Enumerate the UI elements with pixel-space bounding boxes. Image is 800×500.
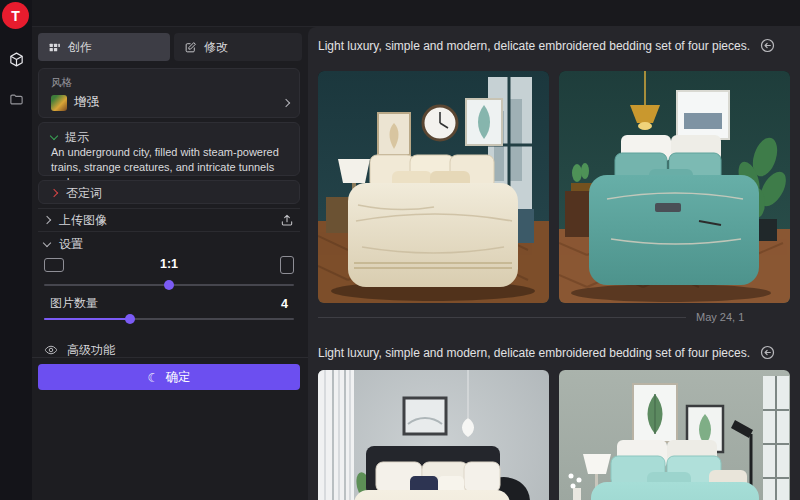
- advanced-label: 高级功能: [67, 342, 115, 359]
- tab-modify[interactable]: 修改: [174, 33, 302, 61]
- confirm-label: 确定: [166, 369, 191, 386]
- app-logo[interactable]: T: [2, 2, 29, 29]
- aspect-ratio-row: 1:1: [38, 255, 300, 277]
- image-count-slider[interactable]: [44, 318, 294, 320]
- edit-icon: [184, 41, 197, 54]
- generated-image-1[interactable]: [318, 71, 549, 303]
- tab-modify-label: 修改: [204, 39, 228, 56]
- prompt-label: 提示: [65, 129, 89, 146]
- settings-row[interactable]: 设置: [38, 232, 300, 256]
- chevron-right-icon[interactable]: [50, 189, 58, 197]
- date-label: May 24, 1: [696, 311, 744, 323]
- generated-image-2[interactable]: [559, 71, 790, 303]
- style-value: 增强: [74, 94, 99, 111]
- aspect-ratio-slider[interactable]: [44, 284, 294, 286]
- image-count-value: 4: [281, 297, 288, 311]
- negative-card[interactable]: 否定词: [38, 180, 300, 204]
- cube-icon[interactable]: [7, 50, 25, 68]
- reuse-icon[interactable]: [760, 38, 775, 53]
- generated-image-3[interactable]: [318, 370, 549, 500]
- reuse-icon[interactable]: [760, 345, 775, 360]
- slider-thumb[interactable]: [164, 280, 174, 290]
- app-window: T 创作 修改: [0, 0, 800, 500]
- style-thumbnail: [51, 95, 67, 111]
- folder-icon[interactable]: [7, 90, 25, 108]
- prompt-card[interactable]: 提示 An underground city, filled with stea…: [38, 122, 300, 176]
- moon-icon: ☾: [147, 370, 158, 385]
- style-card[interactable]: 风格 增强: [38, 68, 300, 118]
- nav-rail: T: [0, 0, 32, 500]
- results-area: Light luxury, simple and modern, delicat…: [308, 27, 800, 500]
- upload-label: 上传图像: [59, 212, 107, 229]
- control-panel: 创作 修改 风格 增强 提示 An underground city, f: [32, 27, 308, 500]
- chevron-right-icon: [282, 98, 290, 106]
- generation-title: Light luxury, simple and modern, delicat…: [318, 346, 750, 360]
- divider-line: [318, 317, 686, 318]
- upload-icon[interactable]: [280, 213, 294, 227]
- tab-create-label: 创作: [68, 39, 92, 56]
- style-label: 风格: [51, 76, 72, 90]
- chevron-down-icon: [43, 238, 51, 246]
- aspect-ratio-value: 1:1: [38, 257, 300, 271]
- slider-fill: [44, 318, 130, 320]
- settings-label: 设置: [59, 236, 83, 253]
- grid-icon: [48, 41, 61, 54]
- negative-label: 否定词: [66, 185, 102, 202]
- slider-thumb[interactable]: [125, 314, 135, 324]
- image-count-label: 图片数量: [50, 295, 98, 312]
- date-divider: May 24, 1: [318, 310, 800, 326]
- chevron-down-icon[interactable]: [50, 132, 58, 140]
- confirm-button[interactable]: ☾ 确定: [38, 364, 300, 390]
- top-bar: [32, 0, 800, 27]
- tab-create[interactable]: 创作: [38, 33, 170, 61]
- style-row[interactable]: 增强: [51, 94, 289, 111]
- eye-icon: [44, 343, 58, 357]
- upload-image-row[interactable]: 上传图像: [38, 208, 300, 232]
- chevron-right-icon: [43, 216, 51, 224]
- generated-image-4[interactable]: [559, 370, 790, 500]
- generation-title: Light luxury, simple and modern, delicat…: [318, 39, 750, 53]
- portrait-ratio-icon[interactable]: [280, 256, 294, 274]
- panel-divider: [32, 357, 308, 358]
